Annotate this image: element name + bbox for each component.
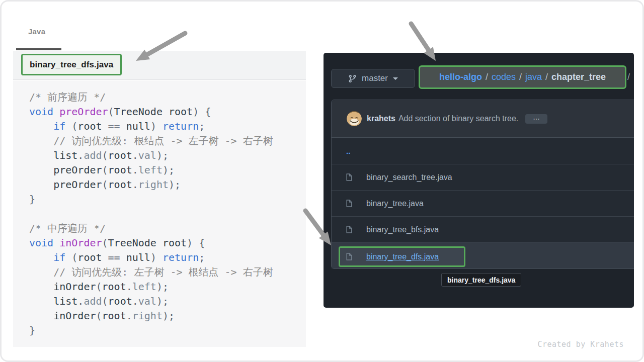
breadcrumb-separator: / [519, 72, 522, 82]
code-line: } [29, 192, 306, 207]
code-line: /* 中序遍历 */ [29, 221, 306, 236]
breadcrumb-current-dir: chapter_tree [551, 72, 606, 82]
file-list-box: krahets Add section of binary search tre… [331, 100, 634, 269]
code-line: void inOrder(TreeNode root) { [29, 236, 306, 250]
code-line [29, 207, 306, 221]
code-line: if (root == null) return; [29, 119, 306, 134]
file-link[interactable]: binary_tree_dfs.java [366, 252, 439, 261]
file-list: ..binary_search_tree.javabinary_tree.jav… [332, 138, 634, 268]
parent-dir-link[interactable]: .. [346, 147, 350, 155]
branch-name: master [362, 73, 388, 83]
filename-highlight-box: binary_tree_dfs.java [21, 54, 122, 75]
file-icon [345, 172, 353, 182]
breadcrumb-highlight-box: hello-algo / codes / java / chapter_tree [419, 65, 626, 89]
active-tab-underline [16, 48, 61, 50]
commit-author[interactable]: krahets [367, 114, 395, 123]
code-line: list.add(root.val); [29, 148, 306, 163]
chevron-down-icon [393, 77, 398, 82]
breadcrumb-dir-java[interactable]: java [525, 72, 542, 82]
file-link[interactable]: binary_search_tree.java [366, 173, 452, 182]
code-block-header: binary_tree_dfs.java [13, 51, 306, 80]
breadcrumb-dir-codes[interactable]: codes [492, 72, 516, 82]
breadcrumb-trailing-separator: / [627, 65, 630, 89]
code-line: // 访问优先级: 左子树 -> 根结点 -> 右子树 [29, 265, 306, 280]
code-line: if (root == null) return; [29, 250, 306, 265]
code-block: /* 前序遍历 */void preOrder(TreeNode root) {… [13, 80, 306, 347]
arrow-to-breadcrumb [411, 24, 429, 50]
file-icon [345, 225, 353, 234]
file-icon [345, 199, 353, 208]
file-row-parent-dir[interactable]: .. [332, 138, 634, 164]
code-line: preOrder(root.left); [29, 163, 306, 177]
link-tooltip: binary_tree_dfs.java [441, 273, 521, 287]
tab-java[interactable]: Java [28, 27, 45, 36]
code-line: inOrder(root.left); [29, 280, 306, 294]
latest-commit-bar: krahets Add section of binary search tre… [332, 100, 634, 138]
file-link[interactable]: binary_tree.java [366, 199, 424, 208]
breadcrumb-separator: / [545, 72, 548, 82]
code-line: inOrder(root.right); [29, 309, 306, 323]
code-line: } [29, 323, 306, 338]
commit-message[interactable]: Add section of binary search tree. [398, 114, 518, 123]
file-row[interactable]: binary_tree.java [332, 190, 634, 216]
code-line: // 访问优先级: 根结点 -> 左子树 -> 右子树 [29, 134, 306, 148]
avatar[interactable] [347, 111, 362, 126]
branch-selector-button[interactable]: master [331, 69, 415, 88]
code-line: preOrder(root.right); [29, 177, 306, 192]
code-filename: binary_tree_dfs.java [30, 60, 113, 70]
git-branch-icon [348, 74, 357, 83]
credit-text: Created by Krahets [537, 340, 624, 349]
file-link[interactable]: binary_tree_bfs.java [366, 225, 439, 234]
file-row[interactable]: binary_search_tree.java [332, 164, 634, 190]
code-line: list.add(root.val); [29, 294, 306, 309]
file-icon [345, 252, 353, 261]
commit-ellipsis-button[interactable]: ⋯ [525, 114, 547, 124]
file-row[interactable]: binary_tree_dfs.java [332, 242, 634, 268]
arrow-to-file-row [305, 211, 324, 235]
code-line: void preOrder(TreeNode root) { [29, 105, 306, 119]
breadcrumb-separator: / [486, 72, 488, 82]
code-line: /* 前序遍历 */ [29, 90, 306, 105]
file-highlight-box: binary_tree_dfs.java [339, 246, 465, 267]
github-file-browser: master hello-algo / codes / java / chapt… [324, 53, 634, 308]
file-row[interactable]: binary_tree_bfs.java [332, 216, 634, 242]
breadcrumb-repo-link[interactable]: hello-algo [439, 72, 482, 82]
